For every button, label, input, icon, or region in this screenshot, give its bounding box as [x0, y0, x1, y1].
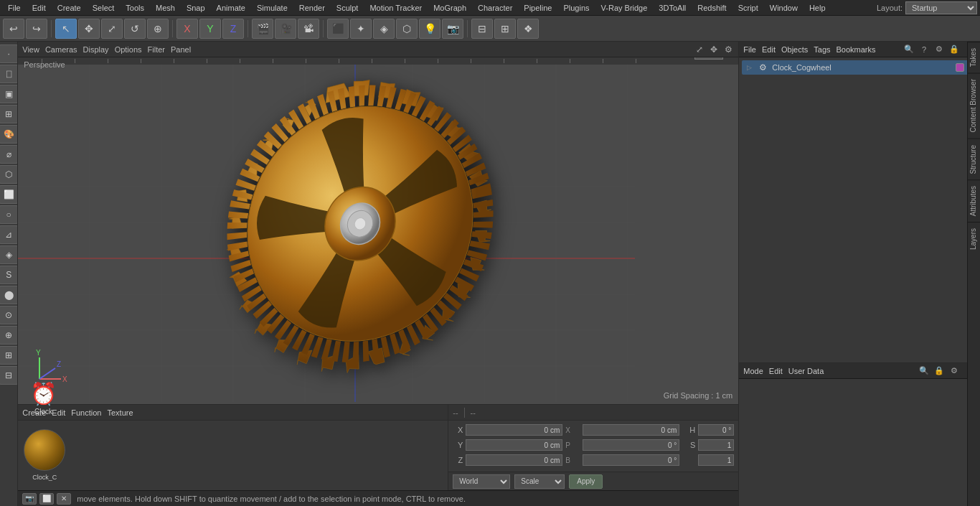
menu-simulate[interactable]: Simulate	[252, 2, 293, 14]
scale-tool[interactable]: ⤢	[101, 19, 123, 39]
sidebar-points[interactable]: ·	[0, 44, 18, 63]
menu-character[interactable]: Character	[473, 2, 517, 14]
camera-btn[interactable]: 📷	[442, 19, 463, 39]
menu-vray[interactable]: V-Ray Bridge	[596, 2, 653, 14]
scale-sz-input[interactable]	[698, 454, 734, 466]
obj-help-icon[interactable]: ?	[918, 43, 930, 56]
vp-panel[interactable]: Panel	[171, 45, 191, 54]
status-icon-close[interactable]: ✕	[57, 493, 71, 505]
sidebar-uvw[interactable]: ⊞	[0, 105, 18, 123]
obj-settings-icon[interactable]: ⚙	[933, 43, 946, 56]
menu-file[interactable]: File	[3, 2, 26, 14]
render-all-btn[interactable]: 📽	[298, 19, 319, 39]
array-btn[interactable]: ❖	[517, 19, 539, 39]
vp-filter[interactable]: Filter	[148, 45, 165, 54]
menu-render[interactable]: Render	[294, 2, 330, 14]
y-axis-btn[interactable]: Y	[199, 19, 221, 39]
nurbs-btn[interactable]: ◈	[373, 19, 395, 39]
menu-motion-tracker[interactable]: Motion Tracker	[364, 2, 427, 14]
objects-edit[interactable]: Edit	[762, 45, 776, 54]
render-active-btn[interactable]: 🎥	[275, 19, 296, 39]
menu-help[interactable]: Help	[804, 2, 831, 14]
menu-mograph[interactable]: MoGraph	[428, 2, 471, 14]
pos-z-input2[interactable]	[583, 454, 679, 466]
viewport[interactable]: View Cameras Display Options Filter Pane…	[18, 42, 738, 404]
universal-tool[interactable]: ⊕	[147, 19, 169, 39]
material-sphere[interactable]	[24, 429, 65, 471]
obj-search-icon[interactable]: 🔍	[903, 43, 915, 56]
select-tool[interactable]: ↖	[55, 19, 77, 39]
menu-sculpt[interactable]: Sculpt	[331, 2, 364, 14]
spline-btn[interactable]: ✦	[350, 19, 372, 39]
world-dropdown[interactable]: World	[453, 474, 510, 489]
vp-icon-move[interactable]: ✥	[708, 44, 720, 55]
deformer-btn[interactable]: ⬡	[396, 19, 418, 39]
sidebar-chamfer[interactable]: ⊿	[0, 225, 18, 244]
attr-search-icon[interactable]: 🔍	[918, 365, 930, 378]
sidebar-polygon[interactable]: ⬡	[0, 165, 18, 184]
vtab-takes[interactable]: Takes	[968, 42, 980, 72]
sidebar-extrude[interactable]: S	[0, 266, 18, 284]
menu-animate[interactable]: Animate	[212, 2, 250, 14]
object-expand-icon[interactable]: ▷	[745, 63, 753, 72]
vtab-attributes[interactable]: Attributes	[968, 179, 980, 222]
render-view-btn[interactable]: 🎬	[252, 19, 273, 39]
cube-btn[interactable]: ⬛	[327, 19, 349, 39]
menu-select[interactable]: Select	[88, 2, 120, 14]
vp-display[interactable]: Display	[83, 45, 109, 54]
menu-script[interactable]: Script	[733, 2, 763, 14]
objects-tags[interactable]: Tags	[814, 45, 830, 54]
undo-button[interactable]: ↩	[3, 19, 24, 39]
sidebar-paint[interactable]: ⊙	[0, 306, 18, 324]
sidebar-bevel[interactable]: ◈	[0, 245, 18, 264]
attr-lock-icon[interactable]: 🔒	[933, 365, 946, 378]
material-texture[interactable]: Texture	[107, 408, 133, 417]
viewport-canvas[interactable]: X Y Z Grid Spacing : 1 cm	[18, 57, 738, 404]
sidebar-cube[interactable]: ⬜	[0, 185, 18, 204]
sidebar-magnet[interactable]: ⊕	[0, 326, 18, 345]
vp-view[interactable]: View	[22, 45, 39, 54]
menu-create[interactable]: Create	[52, 2, 86, 14]
menu-3dtoall[interactable]: 3DToAll	[654, 2, 691, 14]
rot-h-input[interactable]	[698, 424, 734, 436]
vp-icon-maximize[interactable]: ⤢	[694, 44, 705, 55]
sidebar-knife[interactable]: ⊟	[0, 366, 18, 385]
sidebar-polygons[interactable]: ▣	[0, 85, 18, 103]
pos-y-input2[interactable]	[583, 439, 679, 451]
material-function[interactable]: Function	[71, 408, 101, 417]
sidebar-texture[interactable]: 🎨	[0, 125, 18, 144]
pos-y-input[interactable]	[466, 439, 562, 451]
object-color-dot[interactable]	[956, 63, 964, 72]
floor-btn[interactable]: ⊟	[471, 19, 493, 39]
z-axis-btn[interactable]: Z	[222, 19, 244, 39]
vtab-content-browser[interactable]: Content Browser	[968, 72, 980, 138]
sidebar-edges[interactable]: ⎕	[0, 65, 18, 83]
move-tool[interactable]: ✥	[78, 19, 100, 39]
x-axis-btn[interactable]: X	[176, 19, 198, 39]
redo-button[interactable]: ↪	[26, 19, 47, 39]
rotate-tool[interactable]: ↺	[124, 19, 146, 39]
sidebar-sculpt[interactable]: ⌀	[0, 145, 18, 164]
objects-bookmarks[interactable]: Bookmarks	[837, 45, 876, 54]
menu-snap[interactable]: Snap	[182, 2, 210, 14]
right-attr-edit[interactable]: Edit	[769, 367, 783, 375]
objects-objects[interactable]: Objects	[781, 45, 808, 54]
scale-sy-input[interactable]	[698, 439, 734, 451]
layout-dropdown[interactable]: Startup	[905, 1, 977, 14]
menu-tools[interactable]: Tools	[121, 2, 149, 14]
vtab-layers[interactable]: Layers	[968, 222, 980, 256]
apply-button[interactable]: Apply	[569, 474, 603, 489]
right-attr-mode[interactable]: Mode	[743, 367, 763, 375]
vp-options[interactable]: Options	[115, 45, 142, 54]
sidebar-sphere[interactable]: ○	[0, 205, 18, 224]
sidebar-loop[interactable]: ⊞	[0, 346, 18, 365]
status-icon-expand[interactable]: ⬜	[39, 493, 54, 505]
menu-edit[interactable]: Edit	[27, 2, 51, 14]
light-btn[interactable]: 💡	[419, 19, 440, 39]
object-row-cogwheel[interactable]: ▷ ⚙ Clock_Cogwheel	[742, 60, 977, 75]
menu-window[interactable]: Window	[765, 2, 803, 14]
pos-x-input[interactable]	[466, 424, 562, 436]
vp-cameras[interactable]: Cameras	[45, 45, 77, 54]
attr-settings-icon[interactable]: ⚙	[948, 365, 961, 378]
gear-object[interactable]	[181, 58, 540, 390]
